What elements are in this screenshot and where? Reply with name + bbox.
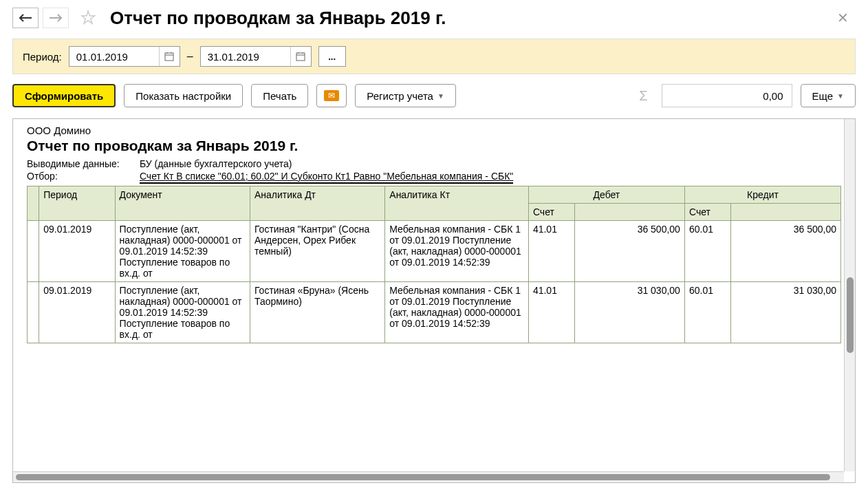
favorite-button[interactable]: [78, 8, 98, 28]
report-meta-data-label: Выводимые данные:: [27, 158, 137, 169]
report-title: Отчет по проводкам за Январь 2019 г.: [27, 138, 841, 154]
col-debit-acc: Счет: [528, 204, 574, 221]
date-to-input[interactable]: [201, 51, 290, 63]
nav-forward-button: [43, 8, 69, 28]
col-credit-sum: [731, 204, 841, 221]
report-meta-filter: Отбор: Счет Кт В списке "60.01; 60.02" И…: [27, 171, 841, 182]
gutter-cell: [28, 282, 39, 343]
cell-analytic-kt: Мебельная компания - СБК 1 от 09.01.2019…: [385, 221, 529, 282]
cell-document: Поступление (акт, накладная) 0000-000001…: [115, 282, 250, 343]
period-select-button[interactable]: ...: [318, 46, 346, 67]
arrow-right-icon: [50, 14, 62, 22]
date-from-input[interactable]: [69, 51, 159, 63]
report-meta-data: Выводимые данные: БУ (данные бухгалтерск…: [27, 158, 841, 169]
report-area: ООО Домино Отчет по проводкам за Январь …: [12, 118, 856, 483]
report-table: Период Документ Аналитика Дт Аналитика К…: [27, 186, 841, 343]
date-to-wrap: [200, 46, 312, 67]
print-button[interactable]: Печать: [251, 84, 308, 107]
col-credit: Кредит: [684, 186, 840, 204]
nav-back-button[interactable]: [12, 8, 39, 28]
toolbar: Сформировать Показать настройки Печать ✉…: [0, 77, 868, 114]
col-credit-acc: Счет: [684, 204, 730, 221]
cell-document: Поступление (акт, накладная) 0000-000001…: [115, 221, 250, 282]
gutter-col: [28, 186, 39, 221]
col-period: Период: [39, 186, 115, 221]
more-label: Еще: [812, 90, 834, 102]
period-bar: Период: – ...: [12, 39, 856, 74]
show-settings-button[interactable]: Показать настройки: [124, 84, 243, 107]
cell-analytic-dt: Гостиная «Бруна» (Ясень Таормино): [250, 282, 384, 343]
vertical-scrollbar[interactable]: [844, 119, 855, 471]
table-row[interactable]: 09.01.2019 Поступление (акт, накладная) …: [28, 221, 841, 282]
generate-button[interactable]: Сформировать: [12, 84, 116, 107]
calendar-icon: [296, 52, 305, 61]
chevron-down-icon: ▼: [837, 92, 844, 100]
scroll-thumb[interactable]: [847, 277, 854, 353]
page-title: Отчет по проводкам за Январь 2019 г.: [110, 8, 826, 29]
report-meta-filter-label: Отбор:: [27, 171, 137, 182]
cell-debit-sum: 31 030,00: [575, 282, 685, 343]
report-org: ООО Домино: [27, 125, 841, 136]
register-button[interactable]: Регистр учета ▼: [355, 84, 456, 107]
chevron-down-icon: ▼: [437, 92, 444, 100]
gutter-cell: [28, 221, 39, 282]
table-row[interactable]: 09.01.2019 Поступление (акт, накладная) …: [28, 282, 841, 343]
col-analytic-dt: Аналитика Дт: [250, 186, 384, 221]
cell-credit-sum: 31 030,00: [731, 282, 841, 343]
cell-debit-sum: 36 500,00: [575, 221, 685, 282]
cell-period: 09.01.2019: [39, 282, 115, 343]
cell-credit-sum: 36 500,00: [731, 221, 841, 282]
svg-rect-0: [165, 53, 173, 61]
col-analytic-kt: Аналитика Кт: [385, 186, 529, 221]
sigma-icon: Σ: [633, 88, 653, 104]
cell-analytic-dt: Гостиная "Кантри" (Сосна Андерсен, Орех …: [250, 221, 384, 282]
hscroll-thumb[interactable]: [16, 474, 830, 480]
sum-field[interactable]: [662, 84, 792, 107]
more-button[interactable]: Еще ▼: [801, 84, 856, 107]
calendar-icon: [164, 52, 174, 61]
cell-credit-acc: 60.01: [684, 282, 730, 343]
register-label: Регистр учета: [367, 90, 433, 102]
date-from-picker-button[interactable]: [159, 47, 180, 66]
cell-debit-acc: 41.01: [528, 221, 574, 282]
svg-rect-1: [296, 53, 305, 61]
star-icon: [80, 10, 96, 26]
report-meta-data-value: БУ (данные бухгалтерского учета): [140, 158, 292, 169]
date-from-wrap: [69, 46, 180, 67]
col-debit: Дебет: [528, 186, 684, 204]
close-button[interactable]: ✕: [830, 7, 856, 29]
period-dash: –: [187, 50, 193, 63]
col-debit-sum: [575, 204, 685, 221]
cell-debit-acc: 41.01: [528, 282, 574, 343]
cell-period: 09.01.2019: [39, 221, 115, 282]
horizontal-scrollbar[interactable]: [13, 471, 844, 482]
cell-credit-acc: 60.01: [684, 221, 730, 282]
email-button[interactable]: ✉: [316, 84, 347, 107]
period-label: Период:: [23, 51, 62, 63]
cell-analytic-kt: Мебельная компания - СБК 1 от 09.01.2019…: [385, 282, 529, 343]
arrow-left-icon: [19, 14, 32, 22]
report-meta-filter-value: Счет Кт В списке "60.01; 60.02" И Субкон…: [140, 171, 513, 184]
date-to-picker-button[interactable]: [290, 47, 311, 66]
col-document: Документ: [115, 186, 250, 221]
envelope-icon: ✉: [324, 90, 339, 101]
